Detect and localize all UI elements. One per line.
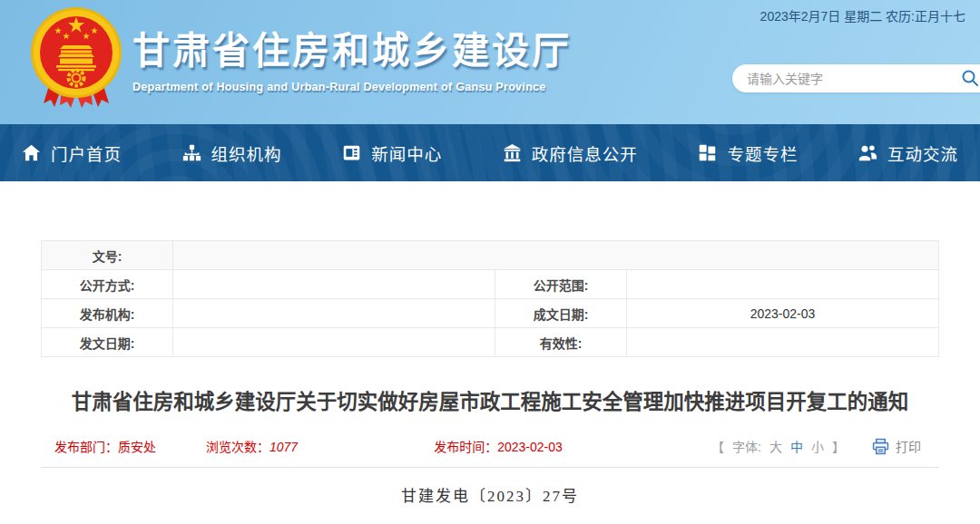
site-subtitle: Department of Housing and Urban-Rural De… (132, 81, 572, 93)
table-row: 发文日期: 有效性: (42, 328, 939, 357)
nav-item-home[interactable]: 门户首页 (22, 141, 122, 165)
article-title: 甘肃省住房和城乡建设厅关于切实做好房屋市政工程施工安全管理加快推进项目开复工的通… (58, 387, 922, 418)
open-scope-value (627, 270, 939, 299)
site-title: 甘肃省住房和城乡建设厅 (132, 20, 572, 74)
issue-date-label: 发文日期: (42, 328, 173, 357)
table-row: 公开方式: 公开范围: (42, 270, 939, 299)
open-method-label: 公开方式: (42, 270, 173, 299)
font-size-small-button[interactable]: 小 (811, 437, 824, 455)
publish-time-label: 发布时间： (434, 440, 497, 454)
table-row: 文号: (42, 241, 939, 270)
written-date-label: 成文日期: (495, 299, 627, 328)
header-date: 2023年2月7日 星期二 农历:正月十七 (760, 6, 965, 24)
china-emblem-icon (27, 5, 125, 111)
bracket-open: 【 (711, 437, 724, 455)
bracket-close: 】 (832, 437, 845, 455)
validity-label: 有效性: (495, 328, 627, 357)
issuing-agency-label: 发布机构: (42, 299, 173, 328)
article-meta-row: 发布部门：质安处 浏览次数：1077 发布时间：2023-02-03 【 字体:… (41, 437, 939, 455)
search-box (732, 64, 980, 92)
print-label: 打印 (896, 437, 921, 455)
publish-dept-value: 质安处 (118, 440, 156, 454)
table-row: 发布机构: 成文日期: 2023-02-03 (42, 299, 939, 328)
open-scope-label: 公开范围: (495, 270, 627, 299)
gov-building-icon (503, 143, 522, 162)
site-header: 甘肃省住房和城乡建设厅 Department of Housing and Ur… (0, 0, 980, 124)
font-size-controls: 【 字体: 大 中 小 】 (711, 437, 845, 455)
issuing-agency-value (173, 299, 495, 328)
publish-dept-label: 发布部门： (54, 440, 118, 454)
national-emblem-logo[interactable] (27, 5, 125, 111)
validity-value (627, 328, 939, 357)
nav-item-organization[interactable]: 组织机构 (182, 141, 282, 165)
nav-item-special-topics[interactable]: 专题专栏 (698, 141, 798, 165)
open-method-value (173, 270, 495, 299)
search-input[interactable] (747, 72, 980, 86)
publish-time: 发布时间：2023-02-03 (434, 437, 563, 455)
document-metadata-table: 文号: 公开方式: 公开范围: 发布机构: 成文日期: 2023-02-03 发… (41, 240, 939, 357)
publish-time-value: 2023-02-03 (497, 440, 563, 454)
nav-label: 专题专栏 (727, 141, 798, 165)
nav-label: 新闻中心 (371, 141, 442, 165)
nav-item-gov-info[interactable]: 政府信息公开 (503, 141, 638, 165)
font-size-label: 字体: (732, 437, 761, 455)
nav-item-news[interactable]: 新闻中心 (342, 141, 442, 165)
nav-label: 政府信息公开 (532, 141, 638, 165)
home-icon (22, 143, 41, 162)
nav-label: 互动交流 (887, 141, 958, 165)
users-icon (858, 143, 877, 162)
news-icon (342, 143, 361, 162)
nav-item-interaction[interactable]: 互动交流 (858, 141, 958, 165)
official-doc-number: 甘建发电〔2023〕27号 (41, 483, 939, 506)
font-size-medium-button[interactable]: 中 (790, 437, 803, 455)
written-date-value: 2023-02-03 (627, 299, 939, 328)
nav-label: 门户首页 (51, 141, 122, 165)
article-page: 文号: 公开方式: 公开范围: 发布机构: 成文日期: 2023-02-03 发… (41, 181, 939, 506)
grid-blocks-icon (698, 143, 717, 162)
view-count-value: 1077 (270, 440, 298, 454)
font-size-large-button[interactable]: 大 (769, 437, 782, 455)
main-nav: 门户首页 组织机构 新闻中心 政府信息公开 专题专栏 互动交流 (0, 124, 980, 181)
doc-number-value (173, 241, 939, 270)
doc-number-label: 文号: (42, 241, 173, 270)
search-icon[interactable] (961, 69, 979, 87)
print-button[interactable]: 打印 (872, 437, 921, 455)
site-title-block: 甘肃省住房和城乡建设厅 Department of Housing and Ur… (132, 20, 572, 93)
sitemap-icon (182, 143, 201, 162)
view-count-label: 浏览次数： (206, 440, 270, 454)
view-count: 浏览次数：1077 (206, 437, 298, 455)
issue-date-value (173, 328, 495, 357)
meta-divider (41, 467, 939, 468)
nav-label: 组织机构 (211, 141, 282, 165)
publish-dept: 发布部门：质安处 (54, 437, 156, 455)
printer-icon (872, 438, 889, 455)
